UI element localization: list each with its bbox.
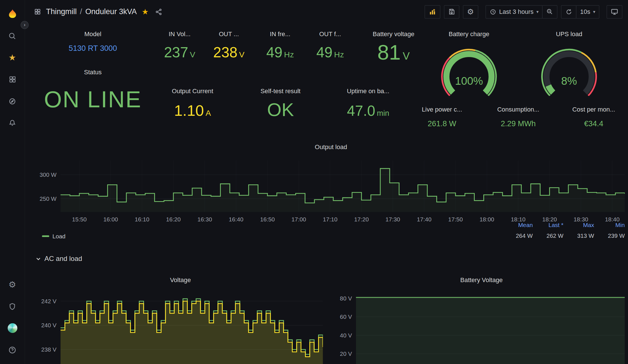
svg-text:17:00: 17:00 xyxy=(292,216,306,223)
legend-header-last[interactable]: Last * xyxy=(538,222,563,228)
save-icon xyxy=(448,8,455,16)
legend-header-min[interactable]: Min xyxy=(600,222,625,228)
stat-value: €34.4 xyxy=(572,120,615,127)
stat-value: 238 xyxy=(213,44,238,61)
stat-live-power: Live power c... 261.8 W xyxy=(422,106,462,127)
gauge-value: 8% xyxy=(535,75,603,87)
stat-label: Live power c... xyxy=(422,106,462,113)
stat-unit: Hz xyxy=(284,50,294,59)
zoom-out-button[interactable] xyxy=(542,5,558,18)
grafana-logo[interactable] xyxy=(4,6,20,22)
stat-label: Output Current xyxy=(172,88,213,95)
help-icon[interactable] xyxy=(4,342,20,358)
voltage-panel-title[interactable]: Voltage xyxy=(170,276,191,284)
caret-down-icon: ▾ xyxy=(536,9,539,14)
voltage-chart[interactable]: 238 V240 V242 V xyxy=(36,292,323,364)
stat-consumption: Consumption... 2.29 MWh xyxy=(497,106,539,127)
gauge-value: 100% xyxy=(435,75,503,87)
stat-label: Status xyxy=(44,69,142,76)
svg-text:16:50: 16:50 xyxy=(260,216,275,223)
stat-unit: V xyxy=(403,50,410,62)
refresh-button[interactable] xyxy=(561,5,577,18)
stat-value: 49 xyxy=(316,44,333,61)
time-range-label: Last 3 hours xyxy=(499,8,534,16)
legend-stats: Mean 264 W Last * 262 W Max 313 W Min 23… xyxy=(508,222,625,239)
legend-header-mean[interactable]: Mean xyxy=(508,222,533,228)
avatar-image xyxy=(7,323,17,333)
stat-unit: V xyxy=(239,50,245,59)
svg-text:16:10: 16:10 xyxy=(135,216,149,223)
svg-text:242 V: 242 V xyxy=(41,298,57,304)
gauge-battery-charge-label: Battery charge xyxy=(449,30,489,38)
battery-voltage-chart[interactable]: 20 V40 V60 V80 V xyxy=(331,292,625,364)
monitor-icon xyxy=(611,8,618,16)
svg-text:17:20: 17:20 xyxy=(354,216,369,223)
explore-compass-icon[interactable] xyxy=(4,93,20,109)
series-label: Load xyxy=(53,233,66,239)
output-load-legend-item[interactable]: Load xyxy=(42,233,65,239)
ups-load-gauge[interactable]: 8% xyxy=(535,44,603,96)
save-dashboard-button[interactable] xyxy=(444,5,459,18)
stat-label: Uptime on ba... xyxy=(347,88,389,95)
legend-header-max[interactable]: Max xyxy=(569,222,594,228)
dashboards-icon[interactable] xyxy=(4,71,20,88)
svg-text:250 W: 250 W xyxy=(40,195,57,202)
stat-out-voltage: OUT ... 238V xyxy=(213,30,245,60)
stat-label: Self-test result xyxy=(260,88,300,95)
model-value-link[interactable]: 5130 RT 3000 xyxy=(69,44,117,52)
battery-charge-gauge[interactable]: 100% xyxy=(435,44,503,96)
breadcrumb-app[interactable]: Thingmill xyxy=(46,7,77,16)
legend-col-last: Last * 262 W xyxy=(538,222,563,239)
refresh-interval-label: 10s xyxy=(580,8,590,16)
caret-down-icon: ▾ xyxy=(593,9,595,14)
settings-gear-icon[interactable]: ⚙ xyxy=(4,276,20,293)
svg-text:16:00: 16:00 xyxy=(103,216,118,223)
stat-value: 237 xyxy=(164,44,188,61)
stat-self-test: Self-test result OK xyxy=(260,88,300,119)
share-button[interactable] xyxy=(152,5,166,19)
stat-label: Battery voltage xyxy=(373,30,415,38)
search-icon[interactable] xyxy=(4,28,20,44)
zoom-out-icon xyxy=(546,8,554,16)
output-load-chart[interactable]: 250 W300 W15:5016:0016:1016:2016:3016:40… xyxy=(36,160,625,224)
legend-col-max: Max 313 W xyxy=(569,222,594,239)
user-avatar[interactable] xyxy=(4,320,20,336)
row-ac-and-load[interactable]: AC and load xyxy=(36,255,82,263)
gauge-ups-load-label: UPS load xyxy=(556,30,582,38)
stat-label: Battery charge xyxy=(449,30,489,38)
stat-value: 261.8 W xyxy=(422,120,462,127)
breadcrumb-dashboard[interactable]: Onduleur 3kVA xyxy=(85,7,137,16)
svg-text:17:50: 17:50 xyxy=(448,216,463,223)
clock-icon xyxy=(489,8,496,15)
top-bar: Thingmill / Onduleur 3kVA ★ xyxy=(25,0,628,23)
refresh-interval-dropdown[interactable]: 10s ▾ xyxy=(576,5,599,18)
legend-value-last: 262 W xyxy=(538,233,563,239)
add-panel-button[interactable] xyxy=(424,5,440,18)
star-icon: ★ xyxy=(142,8,148,16)
stat-in-frequency: IN fre... 49Hz xyxy=(266,30,294,60)
breadcrumb-separator: / xyxy=(80,7,82,16)
stat-output-current: Output Current 1.10A xyxy=(172,88,213,118)
sidebar: ★ ⚙ xyxy=(0,0,25,364)
time-range-picker[interactable]: Last 3 hours ▾ xyxy=(485,5,543,18)
stat-value: 2.29 MWh xyxy=(497,120,539,127)
stat-label: UPS load xyxy=(556,30,582,38)
tv-mode-button[interactable] xyxy=(607,5,622,18)
section-title: AC and load xyxy=(44,255,82,263)
dashboard-grid-icon[interactable] xyxy=(31,5,44,19)
dashboard-settings-button[interactable]: ⚙ xyxy=(463,5,478,18)
sidebar-expand-button[interactable]: › xyxy=(21,21,29,29)
favorite-star-button[interactable]: ★ xyxy=(138,5,152,19)
battery-voltage-panel-title[interactable]: Battery Voltage xyxy=(460,276,503,284)
alerting-bell-icon[interactable] xyxy=(4,115,20,131)
output-load-panel-title[interactable]: Output load xyxy=(315,143,347,151)
stat-model: Model 5130 RT 3000 xyxy=(69,30,117,52)
stat-label: IN fre... xyxy=(266,30,294,38)
starred-icon[interactable]: ★ xyxy=(4,50,20,66)
admin-shield-icon[interactable] xyxy=(4,298,20,314)
stat-value: 81 xyxy=(377,41,401,64)
stat-label: Consumption... xyxy=(497,106,539,113)
svg-text:240 V: 240 V xyxy=(41,322,57,328)
status-value: ON LINE xyxy=(44,88,142,111)
add-panel-icon xyxy=(428,8,436,16)
